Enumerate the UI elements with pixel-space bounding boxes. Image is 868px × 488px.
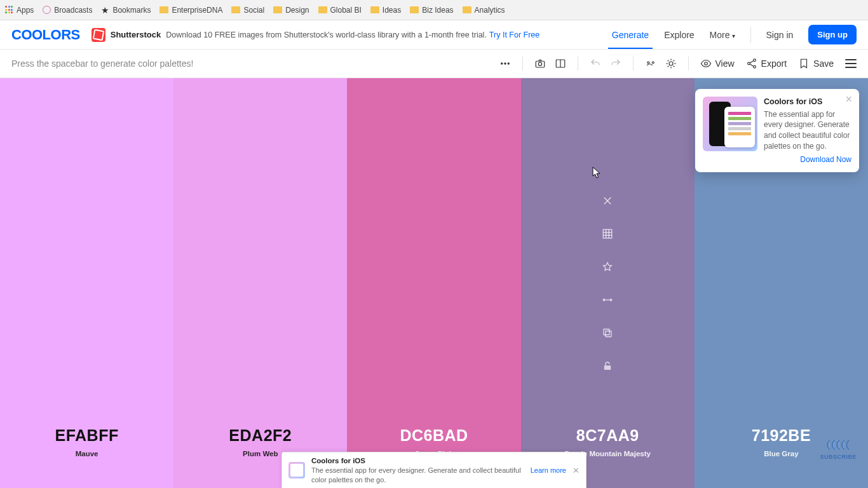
share-icon — [746, 58, 757, 69]
bookmark-label: Apps — [17, 6, 34, 15]
browser-bookmarks-bar: Apps Broadcasts ★ Bookmarks EnterpriseDN… — [0, 0, 868, 20]
palette-column[interactable]: 8C7AA9Purple Mountain Majesty — [521, 78, 695, 488]
bookmark-label: Global BI — [330, 6, 362, 15]
export-label: Export — [761, 58, 787, 69]
palette-column[interactable]: EFABFFMauve — [0, 78, 173, 488]
menu-icon[interactable] — [845, 59, 857, 68]
color-name: Blue Gray — [764, 450, 798, 458]
svg-line-15 — [673, 66, 674, 67]
folder-icon — [231, 6, 240, 13]
star-icon[interactable] — [601, 261, 614, 273]
bookmark-folder[interactable]: Global BI — [318, 6, 362, 15]
column-tools — [601, 194, 614, 372]
color-hex[interactable]: EDA2F2 — [229, 426, 292, 445]
svg-line-17 — [673, 60, 674, 62]
nav-generate[interactable]: Generate — [612, 30, 649, 40]
apps-grid-icon — [5, 6, 13, 14]
color-hex[interactable]: 7192BE — [752, 426, 811, 445]
divider — [633, 57, 634, 71]
divider — [578, 57, 578, 71]
bookmark-folder[interactable]: Social — [231, 6, 264, 15]
view-button[interactable]: View — [700, 58, 735, 69]
folder-icon — [410, 6, 419, 13]
svg-point-7 — [647, 62, 649, 64]
bookmark-label: Bookmarks — [112, 6, 151, 15]
shutterstock-label: Shutterstock — [111, 30, 161, 39]
contrast-icon[interactable] — [645, 58, 656, 69]
bookmark-folder[interactable]: EnterpriseDNA — [159, 6, 222, 15]
broadcast-icon — [43, 6, 51, 14]
shades-grid-icon[interactable] — [601, 227, 614, 240]
close-icon[interactable]: ✕ — [573, 466, 580, 475]
star-icon: ★ — [101, 5, 109, 15]
banner-body: The essential app for every designer. Ge… — [311, 466, 524, 484]
bookmark-broadcasts[interactable]: Broadcasts — [43, 6, 92, 15]
app-header: COOLORS Shutterstock Download 10 FREE im… — [0, 20, 868, 50]
bookmark-label: Biz Ideas — [422, 6, 453, 15]
promo-thumbnail — [703, 97, 757, 151]
redo-icon[interactable] — [610, 58, 621, 69]
banner-thumbnail — [288, 462, 305, 478]
header-nav: Generate Explore More▾ Sign in Sign up — [612, 25, 857, 44]
bookmark-apps[interactable]: Apps — [5, 6, 34, 15]
svg-point-9 — [669, 62, 673, 65]
divider — [750, 27, 751, 43]
copy-icon[interactable] — [601, 327, 614, 339]
collage-icon[interactable] — [555, 58, 566, 69]
ios-promo-card: ✕ Coolors for iOS The essential app for … — [695, 89, 859, 172]
divider — [522, 57, 523, 71]
undo-icon[interactable] — [590, 58, 601, 69]
signin-link[interactable]: Sign in — [766, 30, 794, 40]
bookmark-icon — [798, 58, 810, 69]
dna-icon — [826, 437, 850, 452]
remove-color-icon[interactable] — [601, 194, 614, 207]
svg-point-1 — [504, 63, 505, 64]
color-hex[interactable]: 8C7AA9 — [576, 426, 639, 445]
banner-learn-more-link[interactable]: Learn more — [531, 466, 566, 474]
signup-button[interactable]: Sign up — [808, 25, 857, 44]
svg-rect-32 — [606, 331, 611, 337]
bookmark-label: EnterpriseDNA — [172, 6, 222, 15]
save-button[interactable]: Save — [798, 58, 834, 69]
shutterstock-icon — [92, 28, 105, 42]
color-name: Plum Web — [243, 450, 278, 458]
more-dots-icon[interactable] — [499, 58, 511, 69]
svg-point-18 — [704, 62, 707, 65]
palette-column[interactable]: DC6BADSuper Pink — [347, 78, 520, 488]
svg-line-23 — [750, 64, 754, 67]
bookmark-folder[interactable]: Ideas — [370, 6, 401, 15]
folder-icon — [370, 6, 379, 13]
nav-explore[interactable]: Explore — [664, 30, 694, 40]
bookmark-folder[interactable]: Biz Ideas — [410, 6, 453, 15]
folder-icon — [159, 6, 168, 13]
svg-rect-26 — [603, 229, 612, 238]
color-hex[interactable]: EFABFF — [55, 426, 118, 445]
save-label: Save — [813, 58, 834, 69]
svg-point-4 — [538, 62, 541, 65]
color-hex[interactable]: DC6BAD — [400, 426, 468, 445]
generator-toolbar: Press the spacebar to generate color pal… — [0, 50, 868, 78]
nav-more[interactable]: More▾ — [710, 30, 735, 40]
export-button[interactable]: Export — [746, 58, 787, 69]
subscribe-text: SUBSCRIBE — [820, 454, 857, 460]
svg-point-8 — [652, 62, 654, 64]
close-icon[interactable]: ✕ — [845, 94, 853, 104]
promo-download-link[interactable]: Download Now — [764, 154, 851, 165]
bookmark-folder[interactable]: Analytics — [463, 6, 505, 15]
palette-column[interactable]: EDA2F2Plum Web — [173, 78, 347, 488]
bookmark-label: Social — [243, 6, 264, 15]
shutterstock-try-link[interactable]: Try It For Free — [489, 30, 539, 39]
coolors-logo[interactable]: COOLORS — [11, 27, 80, 43]
bookmark-bookmarks[interactable]: ★ Bookmarks — [101, 5, 151, 15]
camera-icon[interactable] — [534, 58, 546, 69]
lock-icon[interactable] — [601, 360, 614, 372]
svg-rect-33 — [604, 329, 609, 335]
folder-icon — [463, 6, 471, 13]
eye-icon — [700, 58, 712, 69]
bookmark-folder[interactable]: Design — [273, 6, 309, 15]
drag-horizontal-icon[interactable] — [601, 294, 614, 306]
svg-point-0 — [501, 63, 502, 64]
sun-icon[interactable] — [665, 58, 677, 69]
bookmark-label: Analytics — [475, 6, 505, 15]
svg-line-14 — [667, 60, 668, 62]
